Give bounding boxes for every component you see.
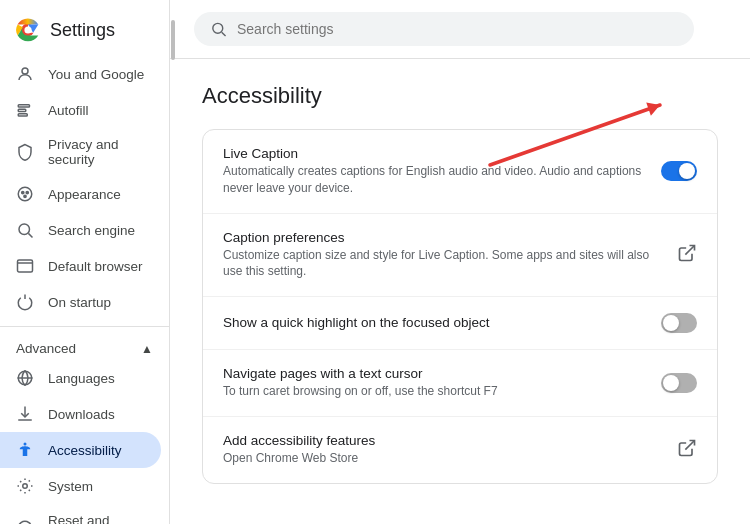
person-icon (16, 65, 34, 83)
palette-icon (16, 185, 34, 203)
main-wrapper: Accessibility Live Caption Automatically… (170, 0, 750, 524)
show-quick-highlight-toggle[interactable] (661, 313, 697, 333)
sidebar-item-system[interactable]: System (0, 468, 161, 504)
settings-card: Live Caption Automatically creates capti… (202, 129, 718, 484)
svg-point-16 (23, 484, 28, 489)
row-title-caption-preferences: Caption preferences (223, 230, 661, 245)
page-title: Accessibility (202, 83, 718, 109)
content-area: Accessibility Live Caption Automatically… (170, 59, 750, 524)
settings-row-navigate-text-cursor: Navigate pages with a text cursor To tur… (203, 350, 717, 417)
sidebar-item-appearance[interactable]: Appearance (0, 176, 161, 212)
sidebar-item-default-browser[interactable]: Default browser (0, 248, 161, 284)
svg-rect-12 (18, 260, 33, 272)
svg-point-2 (22, 68, 28, 74)
row-title-navigate-text-cursor: Navigate pages with a text cursor (223, 366, 645, 381)
chrome-logo-icon (16, 18, 40, 42)
svg-point-10 (19, 224, 30, 235)
external-link-icon[interactable] (677, 438, 697, 458)
svg-rect-5 (18, 114, 27, 116)
edit-icon (16, 101, 34, 119)
sidebar-item-label: Languages (48, 371, 115, 386)
sidebar-item-label: Appearance (48, 187, 121, 202)
search-bar (170, 0, 750, 59)
row-content-caption-preferences: Caption preferences Customize caption si… (223, 230, 661, 281)
power-icon (16, 293, 34, 311)
svg-line-11 (28, 233, 32, 237)
svg-point-6 (18, 187, 32, 201)
row-desc-add-accessibility: Open Chrome Web Store (223, 450, 661, 467)
toggle-knob (663, 315, 679, 331)
sidebar-item-label: Autofill (48, 103, 89, 118)
external-link-icon[interactable] (677, 243, 697, 263)
settings-row-caption-preferences: Caption preferences Customize caption si… (203, 214, 717, 298)
search-icon (210, 20, 227, 38)
row-control-show-quick-highlight[interactable] (661, 313, 697, 333)
row-content-navigate-text-cursor: Navigate pages with a text cursor To tur… (223, 366, 645, 400)
sidebar-item-label: Downloads (48, 407, 115, 422)
sidebar-item-label: Privacy and security (48, 137, 145, 167)
sidebar-item-privacy-and-security[interactable]: Privacy and security (0, 128, 161, 176)
row-desc-navigate-text-cursor: To turn caret browsing on or off, use th… (223, 383, 645, 400)
settings-row-show-quick-highlight: Show a quick highlight on the focused ob… (203, 297, 717, 350)
sidebar-item-label: Reset and clean up (48, 513, 145, 524)
sidebar-item-autofill[interactable]: Autofill (0, 92, 161, 128)
sidebar-item-on-startup[interactable]: On startup (0, 284, 161, 320)
row-control-caption-preferences[interactable] (677, 243, 697, 266)
row-desc-caption-preferences: Customize caption size and style for Liv… (223, 247, 661, 281)
settings-title: Settings (50, 20, 115, 41)
sidebar-item-label: Accessibility (48, 443, 122, 458)
row-title-add-accessibility: Add accessibility features (223, 433, 661, 448)
advanced-label: Advanced (16, 341, 76, 356)
row-control-navigate-text-cursor[interactable] (661, 373, 697, 393)
row-title-show-quick-highlight: Show a quick highlight on the focused ob… (223, 315, 645, 330)
sidebar-item-languages[interactable]: Languages (0, 360, 161, 396)
settings-row-live-caption: Live Caption Automatically creates capti… (203, 130, 717, 214)
row-control-add-accessibility[interactable] (677, 438, 697, 461)
sidebar-item-label: On startup (48, 295, 111, 310)
settings-row-add-accessibility: Add accessibility features Open Chrome W… (203, 417, 717, 483)
svg-point-7 (22, 191, 24, 193)
svg-rect-4 (18, 109, 26, 111)
row-desc-live-caption: Automatically creates captions for Engli… (223, 163, 645, 197)
svg-point-9 (24, 195, 26, 197)
navigate-text-cursor-toggle[interactable] (661, 373, 697, 393)
browser-icon (16, 257, 34, 275)
chevron-up-icon: ▲ (141, 342, 153, 356)
sidebar-item-label: System (48, 479, 93, 494)
row-title-live-caption: Live Caption (223, 146, 645, 161)
sidebar-item-label: You and Google (48, 67, 144, 82)
shield-icon (16, 143, 34, 161)
search-inner[interactable] (194, 12, 694, 46)
svg-point-15 (24, 443, 27, 446)
sidebar-item-label: Default browser (48, 259, 143, 274)
search-icon (16, 221, 34, 239)
toggle-knob (663, 375, 679, 391)
svg-line-20 (685, 441, 694, 450)
sidebar-item-accessibility[interactable]: Accessibility (0, 432, 161, 468)
main-content: Accessibility Live Caption Automatically… (170, 0, 750, 524)
svg-rect-3 (18, 105, 29, 107)
sidebar-item-you-and-google[interactable]: You and Google (0, 56, 161, 92)
svg-point-8 (26, 191, 28, 193)
sidebar-item-reset-and-clean-up[interactable]: Reset and clean up (0, 504, 161, 524)
refresh-icon (16, 519, 34, 524)
search-input[interactable] (237, 21, 678, 37)
accessibility-icon (16, 441, 34, 459)
sidebar: Settings You and Google Autofill Privacy… (0, 0, 170, 524)
row-content-show-quick-highlight: Show a quick highlight on the focused ob… (223, 315, 645, 332)
download-icon (16, 405, 34, 423)
svg-line-18 (222, 32, 226, 36)
svg-point-17 (213, 23, 223, 33)
sidebar-item-downloads[interactable]: Downloads (0, 396, 161, 432)
sidebar-item-search-engine[interactable]: Search engine (0, 212, 161, 248)
advanced-section-label[interactable]: Advanced ▲ (0, 333, 169, 360)
row-control-live-caption[interactable] (661, 161, 697, 181)
live-caption-toggle[interactable] (661, 161, 697, 181)
globe-icon (16, 369, 34, 387)
svg-point-1 (24, 26, 31, 33)
sidebar-item-label: Search engine (48, 223, 135, 238)
sidebar-divider (0, 326, 169, 327)
row-content-add-accessibility: Add accessibility features Open Chrome W… (223, 433, 661, 467)
svg-line-19 (685, 246, 694, 255)
row-content-live-caption: Live Caption Automatically creates capti… (223, 146, 645, 197)
